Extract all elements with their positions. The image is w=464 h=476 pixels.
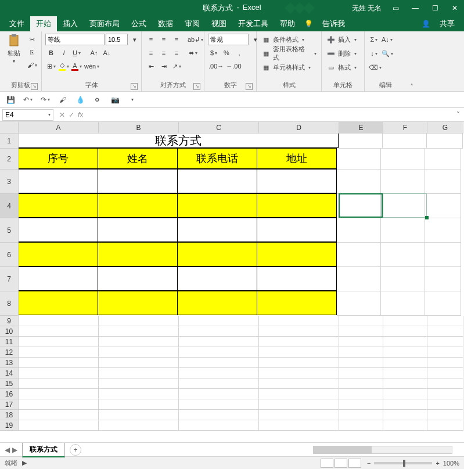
tab-help[interactable]: 帮助	[274, 16, 301, 31]
user-name[interactable]: 无姓 无名	[352, 3, 382, 13]
sort-icon[interactable]: A↓	[381, 34, 393, 45]
dec-decimal-icon[interactable]: ←.00	[225, 60, 242, 72]
tab-nav-prev-icon[interactable]: ◀	[5, 446, 10, 454]
cell[interactable]	[337, 170, 381, 194]
collapse-ribbon-icon[interactable]: ˄	[407, 31, 417, 91]
row-header[interactable]: 15	[0, 378, 19, 389]
cell[interactable]	[179, 389, 259, 399]
cell[interactable]	[257, 218, 337, 242]
cell[interactable]	[337, 267, 381, 291]
cell[interactable]	[179, 316, 259, 326]
font-name-input[interactable]	[45, 34, 105, 45]
cell[interactable]	[99, 326, 179, 337]
clear-icon[interactable]: ⌫	[368, 62, 382, 73]
col-header[interactable]: C	[179, 122, 259, 134]
cell[interactable]	[337, 194, 381, 218]
cell[interactable]	[337, 149, 381, 170]
cell[interactable]	[179, 410, 259, 420]
cell[interactable]	[425, 194, 461, 218]
cell[interactable]	[257, 291, 337, 315]
cell[interactable]	[19, 410, 99, 420]
cell[interactable]	[177, 242, 257, 266]
cell[interactable]	[383, 134, 427, 149]
qat-more-icon[interactable]: ▾	[127, 94, 138, 106]
cell[interactable]	[179, 368, 259, 378]
cell[interactable]	[259, 326, 339, 337]
cell[interactable]	[18, 169, 98, 193]
col-header[interactable]: G	[427, 122, 463, 134]
shrink-font-icon[interactable]: A↓	[101, 47, 113, 59]
cell[interactable]	[383, 358, 427, 368]
cell[interactable]	[99, 378, 179, 389]
spreadsheet-grid[interactable]: ABCDEFG 12345678910111213141516171819 联系…	[0, 122, 464, 442]
zoom-out-icon[interactable]: −	[367, 460, 371, 467]
cell[interactable]	[339, 337, 383, 347]
maximize-icon[interactable]: ☐	[429, 2, 441, 14]
cell[interactable]	[425, 243, 461, 267]
cell[interactable]	[259, 378, 339, 389]
cell[interactable]	[99, 410, 179, 420]
indent-inc-icon[interactable]: ⇥	[158, 60, 170, 72]
row-header[interactable]: 2	[0, 149, 19, 170]
align-mid-icon[interactable]: ≡	[158, 34, 170, 45]
cell[interactable]	[383, 410, 427, 420]
font-size-input[interactable]	[106, 34, 128, 45]
cell[interactable]	[18, 266, 98, 291]
normal-view-icon[interactable]	[321, 459, 333, 468]
col-header[interactable]: E	[339, 122, 383, 134]
cell[interactable]	[383, 326, 427, 337]
cell[interactable]	[179, 378, 259, 389]
align-center-icon[interactable]: ≡	[158, 47, 170, 59]
find-icon[interactable]: 🔍	[381, 48, 394, 59]
cell[interactable]	[179, 337, 259, 347]
percent-icon[interactable]: %	[221, 47, 232, 59]
cell[interactable]	[259, 316, 339, 326]
cell[interactable]	[259, 358, 339, 368]
cell[interactable]	[98, 291, 178, 315]
tab-data[interactable]: 数据	[152, 16, 179, 31]
cell[interactable]	[381, 218, 425, 243]
cell[interactable]: 联系电话	[177, 148, 257, 169]
cell[interactable]	[257, 169, 337, 193]
tell-me-icon[interactable]: 💡	[301, 20, 316, 28]
row-header[interactable]: 9	[0, 316, 19, 326]
cell[interactable]	[179, 358, 259, 368]
row-header[interactable]: 17	[0, 399, 19, 410]
cell[interactable]: 联系方式	[18, 133, 339, 148]
cell[interactable]	[99, 358, 179, 368]
confirm-entry-icon[interactable]: ✓	[69, 111, 74, 119]
row-header[interactable]: 6	[0, 243, 19, 267]
cell[interactable]: 序号	[18, 148, 98, 169]
cell[interactable]	[383, 399, 427, 410]
align-top-icon[interactable]: ≡	[145, 34, 157, 45]
cell[interactable]	[427, 399, 463, 410]
cell[interactable]	[383, 337, 427, 347]
phonetic-button[interactable]: wén	[84, 60, 100, 72]
sheet-tab[interactable]: 联系方式	[22, 443, 65, 457]
conditional-format-button[interactable]: ▦条件格式	[260, 34, 318, 45]
cell[interactable]	[259, 347, 339, 358]
cell[interactable]	[339, 316, 383, 326]
cell[interactable]	[339, 378, 383, 389]
orientation-icon[interactable]: ↗	[171, 60, 182, 72]
cell[interactable]	[339, 420, 383, 431]
paste-button[interactable]: 粘贴 ▾	[3, 34, 24, 81]
cell[interactable]: 地址	[257, 148, 337, 169]
cut-icon[interactable]: ✂	[26, 34, 38, 45]
brush-icon[interactable]: 🖌	[57, 94, 69, 106]
cell[interactable]	[339, 326, 383, 337]
cell[interactable]	[179, 326, 259, 337]
cell[interactable]	[98, 169, 178, 193]
format-painter-icon[interactable]: 🖌	[26, 59, 38, 71]
row-header[interactable]: 10	[0, 326, 19, 337]
tab-review[interactable]: 审阅	[179, 16, 206, 31]
cell[interactable]	[18, 193, 98, 218]
cell[interactable]	[179, 399, 259, 410]
zoom-slider[interactable]	[374, 462, 432, 464]
row-header[interactable]: 8	[0, 291, 19, 316]
zoom-level[interactable]: 100%	[443, 460, 459, 467]
tab-formula[interactable]: 公式	[125, 16, 152, 31]
cell[interactable]	[18, 218, 98, 242]
row-header[interactable]: 16	[0, 389, 19, 399]
cell[interactable]	[19, 316, 99, 326]
